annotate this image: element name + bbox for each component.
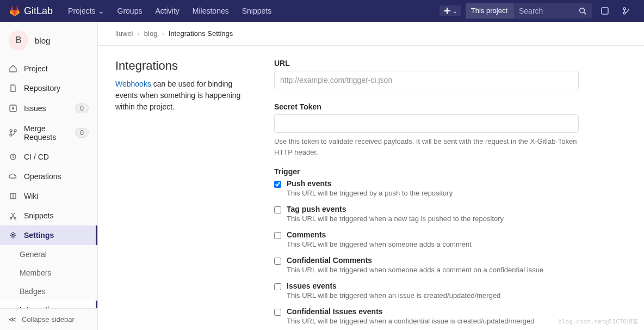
issues-header-icon[interactable] <box>596 7 614 15</box>
sidebar-subitem-general[interactable]: General <box>0 245 97 264</box>
svg-line-3 <box>584 13 586 15</box>
sidebar: B blog ProjectRepositoryIssues0Merge Req… <box>0 22 98 330</box>
trigger-row: Confidential Issues eventsThis URL will … <box>274 307 579 325</box>
page-title: Integrations <box>115 59 257 73</box>
watermark: blog.csdn.net@51CTO博客 <box>558 317 639 326</box>
search-scope[interactable]: This project <box>466 3 513 19</box>
trigger-row: Push eventsThis URL will be triggered by… <box>274 179 579 197</box>
file-icon <box>9 84 17 93</box>
secret-token-input[interactable] <box>274 114 579 133</box>
merge-header-icon[interactable] <box>618 7 635 15</box>
gitlab-icon <box>9 5 21 17</box>
nav-milestones[interactable]: Milestones <box>186 0 236 22</box>
svg-point-9 <box>10 130 12 132</box>
sidebar-item-merge-requests[interactable]: Merge Requests0 <box>0 119 97 147</box>
trigger-checkbox[interactable] <box>274 206 281 213</box>
project-avatar: B <box>9 30 28 50</box>
brand-text: GitLab <box>24 5 53 17</box>
svg-rect-1 <box>444 10 450 11</box>
breadcrumb-item[interactable]: blog <box>144 29 158 38</box>
project-header[interactable]: B blog <box>0 22 97 59</box>
main-content: liuwei › blog › Integrations Settings In… <box>98 22 644 330</box>
nav-snippets[interactable]: Snippets <box>236 0 278 22</box>
count-badge: 0 <box>75 103 89 113</box>
header-nav: Projects ⌄ Groups Activity Milestones Sn… <box>61 0 278 22</box>
trigger-title: Confidential Comments <box>287 256 579 265</box>
new-dropdown[interactable]: ⌄ <box>439 5 461 16</box>
secret-token-label: Secret Token <box>274 102 579 111</box>
gitlab-logo[interactable]: GitLab <box>9 5 53 17</box>
trigger-title: Comments <box>287 230 579 239</box>
breadcrumb-item[interactable]: liuwei <box>115 29 133 38</box>
trigger-desc: This URL will be triggered when someone … <box>287 240 579 248</box>
pipeline-icon <box>9 152 17 161</box>
top-header: GitLab Projects ⌄ Groups Activity Milest… <box>0 0 644 22</box>
trigger-desc: This URL will be triggered when a new ta… <box>287 215 579 223</box>
webhooks-link[interactable]: Webhooks <box>115 80 151 88</box>
svg-point-14 <box>15 218 16 219</box>
sidebar-subitem-integrations[interactable]: Integrations <box>0 301 97 308</box>
sidebar-item-settings[interactable]: Settings <box>0 225 97 245</box>
svg-rect-4 <box>602 8 608 14</box>
trigger-checkbox[interactable] <box>274 181 281 188</box>
chevron-left-icon: ≪ <box>9 315 16 323</box>
page-description: Webhooks can be used for binding events … <box>115 78 257 113</box>
search-group: This project <box>466 3 592 19</box>
chevron-down-icon: ⌄ <box>98 7 104 15</box>
cloud-icon <box>9 172 17 181</box>
trigger-checkbox[interactable] <box>274 283 281 290</box>
svg-point-15 <box>12 234 14 236</box>
svg-point-5 <box>623 8 626 10</box>
breadcrumb-current: Integrations Settings <box>169 29 233 38</box>
sidebar-subitem-members[interactable]: Members <box>0 264 97 282</box>
trigger-title: Tag push events <box>287 205 579 213</box>
count-badge: 0 <box>75 128 89 138</box>
svg-point-2 <box>580 8 585 13</box>
sidebar-item-snippets[interactable]: Snippets <box>0 206 97 225</box>
trigger-desc: This URL will be triggered by a push to … <box>287 189 579 197</box>
search-input[interactable] <box>513 3 573 19</box>
sidebar-subitem-badges[interactable]: Badges <box>0 282 97 301</box>
nav-activity[interactable]: Activity <box>148 0 185 22</box>
trigger-checkbox[interactable] <box>274 309 281 316</box>
trigger-title: Push events <box>287 179 579 188</box>
sidebar-item-operations[interactable]: Operations <box>0 167 97 186</box>
trigger-row: CommentsThis URL will be triggered when … <box>274 230 579 248</box>
svg-point-13 <box>10 218 12 219</box>
svg-point-8 <box>12 107 14 109</box>
secret-token-help: Use this token to validate received payl… <box>274 136 579 157</box>
trigger-row: Tag push eventsThis URL will be triggere… <box>274 205 579 223</box>
trigger-desc: This URL will be triggered when an issue… <box>287 291 579 300</box>
trigger-title: Issues events <box>287 282 579 290</box>
book-icon <box>9 192 17 200</box>
trigger-row: Issues eventsThis URL will be triggered … <box>274 282 579 300</box>
nav-groups[interactable]: Groups <box>111 0 149 22</box>
chevron-down-icon: ⌄ <box>453 8 457 14</box>
merge-icon <box>9 129 17 137</box>
search-button[interactable] <box>573 3 592 19</box>
sidebar-item-project[interactable]: Project <box>0 59 97 78</box>
nav-projects[interactable]: Projects ⌄ <box>61 0 110 22</box>
plus-icon <box>444 8 450 14</box>
trigger-title: Confidential Issues events <box>287 307 579 316</box>
url-input[interactable] <box>274 71 579 89</box>
trigger-label: Trigger <box>274 167 579 176</box>
snippets-icon <box>9 211 17 220</box>
sidebar-item-wiki[interactable]: Wiki <box>0 186 97 206</box>
url-label: URL <box>274 59 579 68</box>
search-icon <box>579 7 586 15</box>
gear-icon <box>9 231 17 240</box>
sidebar-item-ci-cd[interactable]: CI / CD <box>0 147 97 167</box>
project-name: blog <box>35 36 50 45</box>
sidebar-item-issues[interactable]: Issues0 <box>0 98 97 119</box>
trigger-desc: This URL will be triggered when a confid… <box>287 317 579 325</box>
issues-icon <box>9 104 17 113</box>
home-icon <box>9 64 17 73</box>
collapse-sidebar[interactable]: ≪ Collapse sidebar <box>0 308 97 330</box>
svg-point-11 <box>14 130 16 132</box>
sidebar-item-repository[interactable]: Repository <box>0 78 97 98</box>
trigger-checkbox[interactable] <box>274 258 281 265</box>
trigger-checkbox[interactable] <box>274 232 281 239</box>
header-right: ⌄ This project <box>439 3 635 19</box>
trigger-row: Confidential CommentsThis URL will be tr… <box>274 256 579 274</box>
